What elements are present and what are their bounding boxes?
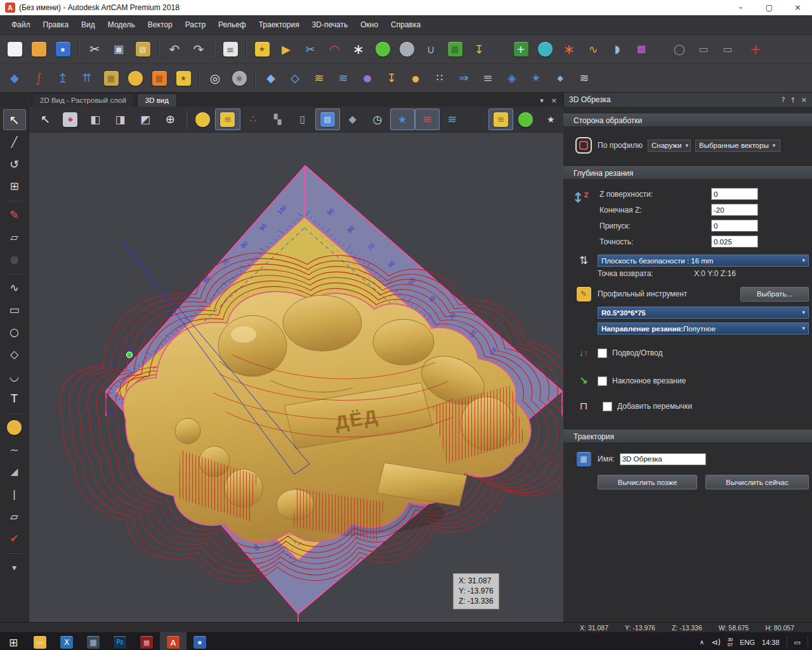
wrap-tool-icon[interactable]: ◗: [605, 38, 629, 61]
erase-tool-icon[interactable]: ▱: [3, 227, 26, 248]
taskbar-explorer[interactable]: ▭: [27, 632, 53, 650]
tray-date-widget[interactable]: 3007: [728, 637, 733, 647]
lead-checkbox[interactable]: [598, 348, 607, 358]
layer-diamond-icon[interactable]: ◈: [500, 67, 524, 90]
copy-icon[interactable]: ▣: [107, 38, 131, 61]
tab-3d-view[interactable]: 3D вид: [137, 93, 177, 107]
3d-viewport[interactable]: 1020304050607080901009080706050403020101…: [29, 133, 563, 622]
minimize-button[interactable]: –: [726, 0, 755, 15]
draw-tool-icon[interactable]: ✎: [3, 204, 26, 225]
levels-icon[interactable]: ≋: [440, 109, 464, 130]
taskbar-app-grid[interactable]: ▦: [80, 632, 107, 650]
material-icon[interactable]: ◆: [340, 109, 365, 130]
layer-drop-icon[interactable]: ●: [403, 67, 428, 90]
tool-dropdown[interactable]: R0.5*30*6*75▾: [598, 307, 809, 319]
relief-raise-icon[interactable]: ↥: [51, 67, 75, 90]
toolpath-star-icon[interactable]: ★: [390, 109, 415, 130]
distort-grid-tool-icon[interactable]: ⊞: [3, 176, 26, 197]
profile-vectors-dropdown[interactable]: Выбранные векторы▾: [695, 140, 780, 152]
menu-item-3[interactable]: Вид: [75, 17, 102, 32]
tray-expand-icon[interactable]: ∧: [700, 639, 704, 646]
profile-side-dropdown[interactable]: Снаружи▾: [648, 140, 691, 152]
arc-tool-icon[interactable]: ◡: [3, 366, 26, 387]
layer-flat-icon[interactable]: ◆: [259, 67, 283, 90]
simulate-clock-icon[interactable]: ◷: [365, 109, 390, 130]
layer-star-icon[interactable]: ★: [524, 67, 548, 90]
menu-item-9[interactable]: 3D-печать: [306, 17, 355, 32]
menu-item-6[interactable]: Растр: [179, 17, 212, 32]
toolpath-name-input[interactable]: [620, 453, 706, 465]
safety-plane-dropdown[interactable]: Плоскость безопасности : 16 mm▾: [598, 255, 809, 267]
taskbar-photoshop[interactable]: Ps: [107, 632, 133, 650]
layer-small-icon[interactable]: ◆: [548, 67, 572, 90]
iso-view-icon[interactable]: ◆: [58, 109, 82, 130]
erase-relief-tool-icon[interactable]: ▱: [3, 506, 26, 527]
extrude-tool-icon[interactable]: ∪: [419, 38, 443, 61]
volume-icon[interactable]: ⊲): [711, 639, 721, 646]
shape-droplet-icon[interactable]: [123, 67, 147, 90]
redo-icon[interactable]: ↷: [187, 38, 211, 61]
ramp-checkbox[interactable]: [598, 376, 607, 386]
block-model-icon[interactable]: ▤: [315, 109, 340, 130]
layer-sphere-icon[interactable]: ●: [355, 67, 379, 90]
select-tool-button[interactable]: Выбрать...: [740, 287, 809, 302]
light-icon[interactable]: [190, 109, 215, 130]
view-side-icon[interactable]: ◨: [108, 109, 133, 130]
layer-scatter-icon[interactable]: ∷: [428, 67, 452, 90]
shape-green-icon[interactable]: [513, 109, 538, 130]
menu-item-10[interactable]: Окно: [354, 17, 384, 32]
taskbar-app-red[interactable]: ▦: [133, 632, 160, 650]
paste-icon[interactable]: ▤: [131, 38, 155, 61]
origin-triad-icon[interactable]: ∴: [240, 109, 265, 130]
menu-item-4[interactable]: Модель: [102, 17, 141, 32]
tolerance-input[interactable]: [711, 235, 758, 248]
vector-doctor-icon[interactable]: ▶: [274, 38, 298, 61]
layer-stack-icon[interactable]: ≡: [476, 67, 500, 90]
preview-relief-icon[interactable]: ◉: [227, 67, 251, 90]
layer-shift-icon[interactable]: ⇒: [452, 67, 476, 90]
polyline-tool-icon[interactable]: ∿: [3, 277, 26, 298]
close-view-icon[interactable]: ×: [551, 97, 557, 104]
menu-item-11[interactable]: Справка: [384, 17, 427, 32]
menu-item-2[interactable]: Правка: [37, 17, 75, 32]
menu-item-5[interactable]: Вектор: [141, 17, 179, 32]
smooth-blob-icon[interactable]: [533, 38, 557, 61]
menu-item-7[interactable]: Рельеф: [212, 17, 252, 32]
cut-direction-dropdown[interactable]: Направление резания: Попутное ▾: [598, 322, 809, 335]
flood-fill-tool-icon[interactable]: ●: [3, 249, 26, 270]
calculate-later-button[interactable]: Вычислить позже: [598, 475, 697, 489]
menu-item-1[interactable]: Файл: [5, 17, 37, 32]
polygon-tool-icon[interactable]: ◇: [3, 344, 26, 365]
taskbar-app-save[interactable]: ▪: [187, 632, 213, 650]
mesh-tool-icon[interactable]: [395, 38, 419, 61]
view-top-icon[interactable]: ◩: [133, 109, 157, 130]
cylinder-icon[interactable]: ▯: [290, 109, 315, 130]
find-vectors-icon[interactable]: ★: [539, 109, 563, 130]
burst-tool-icon[interactable]: ∗: [557, 38, 581, 61]
smudge-tool-icon[interactable]: ∼: [3, 439, 26, 460]
open-model-icon[interactable]: [27, 38, 51, 61]
import-relief-icon[interactable]: ★: [171, 67, 195, 90]
more-tools-icon[interactable]: ▾: [3, 557, 26, 578]
job-sheet-icon[interactable]: ≡: [218, 38, 242, 61]
clock[interactable]: 14:38: [762, 639, 780, 646]
chevron-down-icon[interactable]: ▾: [540, 97, 544, 104]
z-surface-input[interactable]: [711, 188, 758, 200]
add-clipart-icon[interactable]: +: [509, 38, 533, 61]
final-z-input[interactable]: [711, 204, 758, 216]
relief-smooth-icon[interactable]: ◆: [3, 67, 27, 90]
zoom-objects-icon[interactable]: ◎: [203, 67, 227, 90]
maximize-button[interactable]: ▢: [755, 0, 783, 15]
puzzle-icon[interactable]: ▚: [265, 109, 290, 130]
transform-mode-icon[interactable]: +: [743, 38, 768, 61]
layer-blue-icon[interactable]: ≋: [331, 67, 355, 90]
save-model-icon[interactable]: ▪: [51, 38, 75, 61]
deposit-tool-icon[interactable]: ◢: [3, 461, 26, 482]
transform-tool-icon[interactable]: ↺: [3, 154, 26, 175]
calculate-now-button[interactable]: Вычислить сейчас: [705, 475, 809, 489]
view-front-icon[interactable]: ◧: [83, 109, 108, 130]
rectangle-tool-icon[interactable]: ▭: [3, 300, 26, 321]
import-vectors-icon[interactable]: ★: [250, 38, 274, 61]
smooth-relief-tool-icon[interactable]: ✔: [3, 528, 26, 549]
layer-gold-icon[interactable]: ≋: [307, 67, 331, 90]
